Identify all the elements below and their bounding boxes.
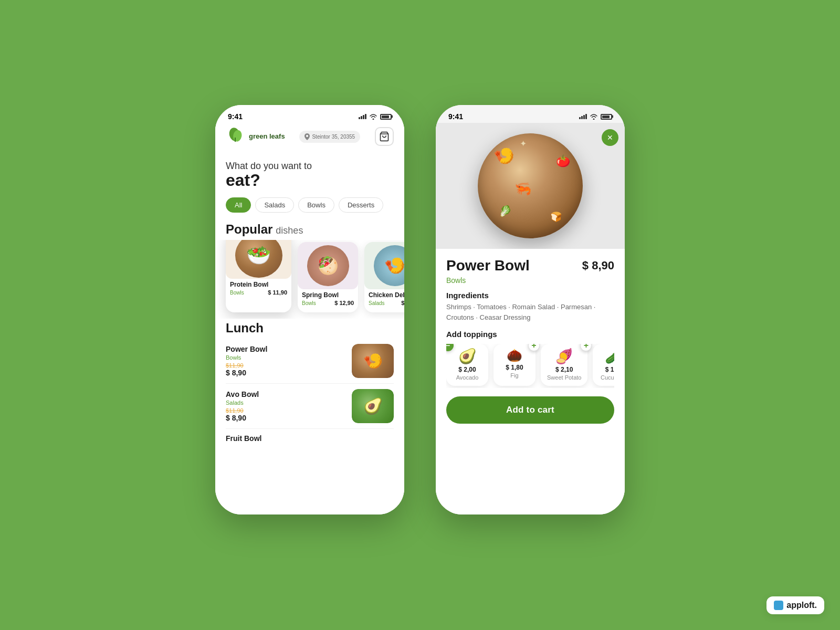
hero-title: eat? [226,171,394,190]
left-screen: green leafs Steintor 35, 20355 [215,123,404,514]
right-signal-icon [579,114,587,119]
lunch-item-power[interactable]: Power Bowl Bowls $11,90 $ 8,90 🍤 [226,339,394,384]
filter-pills: All Salads Bowls Desserts [215,192,404,218]
power-bowl-cat: Bowls [226,354,267,361]
cart-button[interactable] [375,127,394,146]
right-phone: 9:41 ✕ [436,105,625,514]
left-header: green leafs Steintor 35, 20355 [215,123,404,152]
svg-point-3 [306,135,308,137]
address-text: Steintor 35, 20355 [312,134,355,140]
popular-title-light: dishes [276,225,303,236]
ingredients-text: Shrimps · Tomatoes · Romain Salad · Parm… [446,302,614,322]
cucumber-price: $ 1,00 [599,366,614,373]
power-bowl-img: 🍤 [352,344,394,378]
sweet-potato-name: Sweet Potato [547,374,581,381]
fruit-bowl-name: Fruit Bowl [226,434,261,443]
popular-scroll: 🥗 Protein Bowl Bowls $ 11,90 🥙 [215,240,404,319]
spring-bowl-cat: Bowls [302,300,316,306]
product-title-row: Power Bowl $ 8,90 [446,257,614,274]
power-bowl-price: $ 8,90 [226,369,267,377]
hero-text: What do you want to eat? [215,152,404,192]
sweet-potato-plus-btn[interactable]: + [580,344,592,351]
avo-bowl-name: Avo Bowl [226,390,259,398]
ingredients-title: Ingredients [446,291,614,300]
battery-icon [380,114,392,120]
product-category: Bowls [446,276,614,285]
sweet-potato-price: $ 2,10 [547,366,581,373]
fig-name: Fig [500,372,529,379]
wifi-icon [369,113,377,120]
filter-all[interactable]: All [226,197,251,213]
right-wifi-icon [590,113,598,120]
hero-subtitle: What do you want to [226,161,394,172]
popular-title-bold: Popular [226,222,272,237]
avo-bowl-price: $ 8,90 [226,414,259,422]
close-button[interactable]: ✕ [602,129,618,146]
left-time: 9:41 [228,112,243,121]
avo-bowl-old-price: $11,90 [226,407,259,414]
apploft-badge: apploft. [766,596,824,614]
location-icon [304,133,310,140]
filter-bowls[interactable]: Bowls [298,197,334,213]
add-to-cart-button[interactable]: Add to cart [446,396,614,424]
chicken-deluxe-name: Chicken Deluxe [369,291,404,299]
spring-bowl-name: Spring Bowl [302,291,354,299]
right-time: 9:41 [448,112,463,121]
filter-salads[interactable]: Salads [255,197,294,213]
protein-bowl-price: $ 11,90 [268,289,287,296]
right-screen: ✕ 🍤 🍅 🥬 🍞 🦐 ✦ Power Bowl $ 8,90 [436,123,625,514]
popular-header: Popular dishes [215,218,404,240]
power-bowl-old-price: $11,90 [226,362,267,369]
lunch-header: Lunch [215,319,404,339]
product-price: $ 8,90 [582,259,614,272]
toppings-title: Add toppings [446,330,614,339]
logo-leaf-icon [226,127,245,146]
fig-icon: 🌰 [500,349,529,362]
fig-price: $ 1,80 [500,364,529,371]
topping-sweet-potato[interactable]: + 🍠 $ 2,10 Sweet Potato [541,344,587,386]
right-battery-icon [601,114,612,120]
right-status-icons [579,113,612,120]
cucumber-icon: 🥒 [599,349,614,364]
logo-text: green leafs [249,132,285,141]
apploft-text: apploft. [786,601,817,610]
lunch-title: Lunch [226,321,264,335]
left-status-bar: 9:41 [215,105,404,123]
chicken-deluxe-cat: Salads [369,300,385,306]
product-bowl-image: 🍤 🍅 🥬 🍞 🦐 ✦ [478,133,583,238]
avocado-name: Avocado [453,374,482,381]
toppings-scroll: − 🥑 $ 2,00 Avocado + 🌰 $ 1,80 Fig [446,344,614,388]
power-bowl-name: Power Bowl [226,345,267,353]
avo-bowl-img: 🥑 [352,389,394,423]
topping-fig[interactable]: + 🌰 $ 1,80 Fig [494,344,536,386]
right-status-bar: 9:41 [436,105,625,123]
protein-bowl-name: Protein Bowl [230,281,287,288]
chicken-deluxe-price: $ 14,90 [401,300,404,306]
avocado-price: $ 2,00 [453,366,482,373]
product-details: Power Bowl $ 8,90 Bowls Ingredients Shri… [436,249,625,432]
cucumber-name: Cucumber [599,374,614,381]
product-title: Power Bowl [446,257,530,274]
product-image-area: ✕ 🍤 🍅 🥬 🍞 🦐 ✦ [436,123,625,249]
filter-desserts[interactable]: Desserts [339,197,383,213]
left-status-icons [359,113,392,120]
cart-icon [379,131,390,142]
sweet-potato-icon: 🍠 [547,349,581,364]
protein-bowl-cat: Bowls [230,290,244,296]
avo-bowl-cat: Salads [226,400,259,406]
lunch-item-fruit[interactable]: Fruit Bowl [226,429,394,448]
avocado-icon: 🥑 [453,349,482,364]
dish-card-protein[interactable]: 🥗 Protein Bowl Bowls $ 11,90 [226,240,291,312]
logo-area: green leafs [226,127,285,146]
signal-icon [359,114,366,119]
spring-bowl-price: $ 12,90 [334,300,354,306]
dish-card-chicken[interactable]: 🍤 Chicken Deluxe Salads $ 14,90 [364,242,404,312]
address-pill[interactable]: Steintor 35, 20355 [299,131,360,143]
fig-plus-btn[interactable]: + [528,344,540,351]
apploft-square-icon [774,601,783,610]
dish-card-spring[interactable]: 🥙 Spring Bowl Bowls $ 12,90 [298,242,358,312]
topping-avocado[interactable]: − 🥑 $ 2,00 Avocado [446,344,488,386]
left-phone: 9:41 [215,105,404,514]
lunch-item-avo[interactable]: Avo Bowl Salads $11,90 $ 8,90 🥑 [226,384,394,429]
topping-cucumber[interactable]: + 🥒 $ 1,00 Cucumber [593,344,614,386]
